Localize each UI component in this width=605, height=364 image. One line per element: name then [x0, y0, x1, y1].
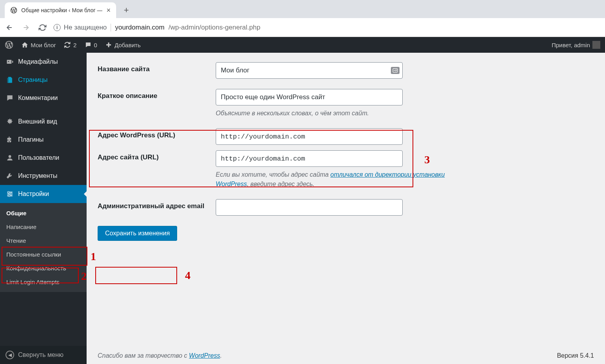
admin-email-label: Административный адрес email	[98, 199, 216, 210]
sidebar-item-settings[interactable]: Настройки	[0, 185, 87, 203]
media-icon	[6, 57, 14, 66]
sidebar-item-media[interactable]: Медиафайлы	[0, 53, 87, 71]
plugins-icon	[6, 135, 14, 144]
pages-icon	[6, 76, 14, 84]
new-content-label: Добавить	[115, 42, 141, 48]
browser-chrome: Общие настройки ‹ Мои блог — × + i Не за…	[0, 0, 605, 37]
svg-point-12	[394, 70, 395, 71]
site-info[interactable]: i Не защищено	[54, 24, 111, 31]
home-icon	[21, 41, 28, 48]
wp-logo-menu[interactable]	[5, 41, 13, 49]
svg-rect-14	[395, 71, 397, 71]
sidebar-item-users[interactable]: Пользователи	[0, 149, 87, 167]
tagline-description: Объясните в нескольких словах, о чём это…	[216, 109, 460, 118]
site-name-menu[interactable]: Мои блог	[21, 41, 56, 48]
updates-menu[interactable]: 2	[64, 41, 76, 48]
wp-admin-bar: Мои блог 2 0 Добавить Привет, admin	[0, 37, 605, 53]
svg-rect-13	[395, 70, 397, 70]
account-menu[interactable]: Привет, admin	[551, 41, 600, 49]
site-title-input[interactable]	[216, 62, 403, 79]
submenu-lla[interactable]: Limit Login Attempts	[0, 275, 87, 289]
url-path: /wp-admin/options-general.php	[168, 24, 260, 31]
sidebar-item-comments[interactable]: Комментарии	[0, 89, 87, 107]
svg-point-8	[8, 191, 9, 193]
annotation-1-abs: 1	[91, 250, 96, 263]
svg-point-4	[9, 155, 11, 158]
close-tab-icon[interactable]: ×	[106, 6, 111, 15]
autofill-icon[interactable]	[391, 67, 400, 74]
comments-menu[interactable]: 0	[85, 41, 97, 48]
new-tab-button[interactable]: +	[120, 4, 133, 17]
sidebar-item-pages[interactable]: Страницы	[0, 71, 87, 89]
address-bar: i Не защищено yourdomain.com/wp-admin/op…	[0, 18, 605, 37]
svg-rect-2	[7, 60, 12, 64]
sidebar-item-label: Пользователи	[18, 154, 59, 161]
tools-icon	[6, 172, 14, 180]
info-icon: i	[54, 24, 61, 31]
sidebar-item-label: Комментарии	[18, 94, 58, 102]
submenu-privacy[interactable]: Конфиденциальность	[0, 261, 87, 275]
svg-point-10	[8, 195, 10, 197]
settings-icon	[6, 190, 14, 198]
svg-point-9	[10, 193, 12, 195]
site-name-label: Мои блог	[31, 42, 56, 48]
site-title-label: Название сайта	[98, 62, 216, 73]
wp-url-label: Адрес WordPress (URL)	[98, 128, 216, 139]
annotation-box-4	[95, 267, 177, 284]
tagline-label: Краткое описание	[98, 89, 216, 100]
sidebar-item-label: Инструменты	[18, 172, 57, 179]
comments-icon	[6, 94, 14, 102]
browser-tab[interactable]: Общие настройки ‹ Мои блог — ×	[5, 2, 116, 18]
updates-count: 2	[73, 42, 76, 48]
url-field[interactable]: i Не защищено yourdomain.com/wp-admin/op…	[54, 24, 601, 31]
settings-submenu: Общие Написание Чтение Постоянные ссылки…	[0, 203, 87, 292]
sidebar-item-tools[interactable]: Инструменты	[0, 167, 87, 185]
wordpress-link[interactable]: WordPress	[189, 352, 220, 359]
svg-point-3	[8, 61, 9, 62]
site-url-description: Если вы хотите, чтобы адрес сайта отлича…	[216, 170, 460, 189]
sidebar-item-appearance[interactable]: Внешний вид	[0, 113, 87, 131]
tab-bar: Общие настройки ‹ Мои блог — × +	[0, 0, 605, 18]
version-text: Версия 5.4.1	[557, 352, 594, 359]
new-content-menu[interactable]: Добавить	[105, 41, 141, 48]
insecure-label: Не защищено	[64, 24, 107, 31]
back-button[interactable]	[4, 22, 15, 33]
annotation-3: 3	[424, 153, 430, 166]
wp-url-input[interactable]	[216, 128, 403, 145]
submenu-general[interactable]: Общие	[0, 206, 87, 220]
greeting-text: Привет, admin	[551, 42, 590, 48]
users-icon	[6, 153, 14, 162]
sidebar-item-label: Внешний вид	[18, 118, 57, 125]
url-host: yourdomain.com	[115, 24, 165, 31]
collapse-menu[interactable]: ◀ Свернуть меню	[0, 346, 87, 364]
wp-footer: Спасибо вам за творчество с WordPress. В…	[98, 352, 594, 359]
save-button[interactable]: Сохранить изменения	[98, 226, 177, 241]
appearance-icon	[6, 117, 14, 126]
site-url-label: Адрес сайта (URL)	[98, 150, 216, 161]
collapse-label: Свернуть меню	[18, 351, 63, 358]
site-url-input[interactable]	[216, 150, 403, 167]
collapse-icon: ◀	[6, 351, 14, 359]
tab-title: Общие настройки ‹ Мои блог —	[21, 7, 102, 13]
submenu-permalinks[interactable]: Постоянные ссылки	[0, 248, 87, 261]
sidebar-item-label: Страницы	[18, 76, 48, 83]
admin-email-input[interactable]	[216, 199, 403, 216]
sidebar-item-label: Плагины	[18, 136, 44, 143]
admin-sidebar: Медиафайлы Страницы Комментарии Внешний …	[0, 53, 87, 364]
sidebar-item-label: Настройки	[18, 190, 49, 198]
svg-rect-11	[393, 68, 398, 72]
sidebar-item-plugins[interactable]: Плагины	[0, 131, 87, 149]
reload-button[interactable]	[37, 22, 48, 33]
refresh-icon	[64, 41, 71, 48]
wordpress-favicon	[10, 7, 17, 14]
sidebar-item-label: Медиафайлы	[18, 58, 58, 65]
annotation-4: 4	[185, 269, 191, 282]
comment-icon	[85, 41, 92, 48]
submenu-writing[interactable]: Написание	[0, 220, 87, 234]
forward-button[interactable]	[20, 22, 31, 33]
plus-icon	[105, 41, 112, 48]
comments-count: 0	[94, 42, 97, 48]
annotation-2-abs: 2	[81, 270, 87, 283]
tagline-input[interactable]	[216, 89, 403, 105]
submenu-reading[interactable]: Чтение	[0, 234, 87, 248]
